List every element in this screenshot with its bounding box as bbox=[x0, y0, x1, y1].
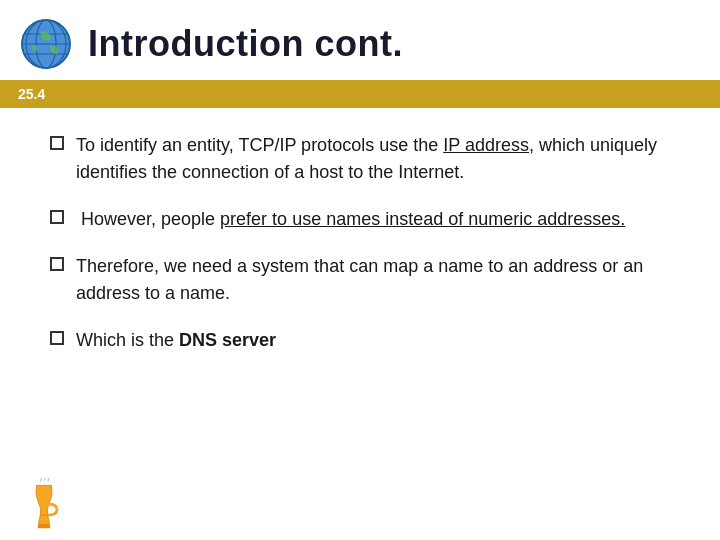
bullet-box-4 bbox=[50, 331, 64, 345]
bullet-text-1: To identify an entity, TCP/IP protocols … bbox=[76, 132, 680, 186]
bullet-item-2: However, people prefer to use names inst… bbox=[50, 206, 680, 233]
bullet-text-4: Which is the DNS server bbox=[76, 327, 276, 354]
dns-server-text: DNS server bbox=[179, 330, 276, 350]
underline-ip: IP address, bbox=[443, 135, 534, 155]
svg-text:Java: Java bbox=[35, 528, 54, 530]
section-number: 25.4 bbox=[18, 86, 45, 102]
bullet-text-3: Therefore, we need a system that can map… bbox=[76, 253, 680, 307]
bullet-box-2 bbox=[50, 210, 64, 224]
bullet-item-4: Which is the DNS server bbox=[50, 327, 680, 354]
slide-container: Introduction cont. 25.4 To identify an e… bbox=[0, 0, 720, 540]
java-icon: Java bbox=[20, 478, 68, 530]
globe-icon bbox=[20, 18, 72, 70]
bullet-box-3 bbox=[50, 257, 64, 271]
bullet-text-2: However, people prefer to use names inst… bbox=[76, 206, 625, 233]
bullet-box-1 bbox=[50, 136, 64, 150]
slide-header: Introduction cont. bbox=[0, 0, 720, 80]
underline-prefer: prefer to use names instead of numeric a… bbox=[220, 209, 625, 229]
footer: Java bbox=[20, 478, 68, 530]
bullet-item-3: Therefore, we need a system that can map… bbox=[50, 253, 680, 307]
slide-content: To identify an entity, TCP/IP protocols … bbox=[0, 108, 720, 394]
bullet-item-1: To identify an entity, TCP/IP protocols … bbox=[50, 132, 680, 186]
section-bar: 25.4 bbox=[0, 80, 720, 108]
slide-title: Introduction cont. bbox=[88, 23, 403, 65]
